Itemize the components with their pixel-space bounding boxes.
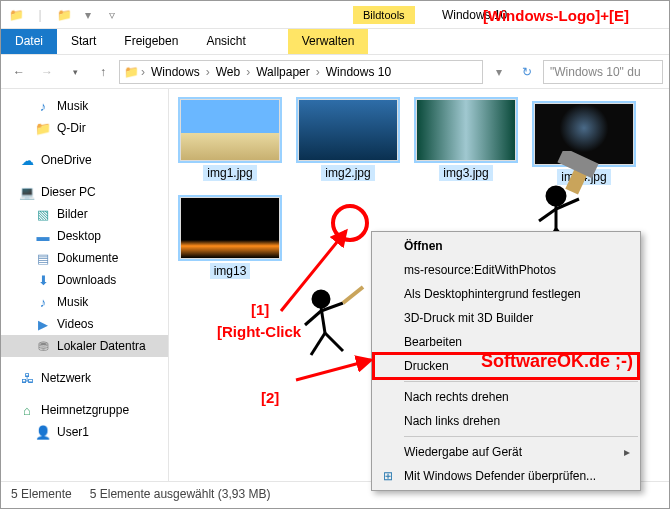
tab-share[interactable]: Freigeben [110,29,192,54]
documents-icon: ▤ [35,250,51,266]
ctx-label: Drucken [404,359,449,373]
nav-back-button[interactable]: ← [7,60,31,84]
tree-music2[interactable]: ♪Musik [1,291,168,313]
pc-icon: 💻 [19,184,35,200]
submenu-arrow-icon: ▸ [624,445,630,459]
tab-manage[interactable]: Verwalten [288,29,369,54]
window-title: Windows 10 [442,8,507,22]
thumbnail-image [298,99,398,161]
crumb-sep: › [316,65,320,79]
ctx-rotate-left[interactable]: Nach links drehen [374,409,638,433]
refresh-button[interactable]: ↻ [515,60,539,84]
crumb-wallpaper[interactable]: Wallpaper [252,65,314,79]
titlebar: 📁 | 📁 ▾ ▿ Bildtools Windows 10 [1,1,669,29]
tree-onedrive[interactable]: ☁OneDrive [1,149,168,171]
file-item[interactable]: img2.jpg [293,99,403,185]
tree-label: Downloads [57,273,116,287]
videos-icon: ▶ [35,316,51,332]
svg-line-6 [539,209,556,221]
annotation-brand: SoftwareOK.de ;-) [481,351,633,372]
qat-dropdown[interactable]: ▾ [77,4,99,26]
downloads-icon: ⬇ [35,272,51,288]
annotation-arrow-2 [291,355,381,385]
tree-downloads[interactable]: ⬇Downloads [1,269,168,291]
ctx-editphotos[interactable]: ms-resource:EditWithPhotos [374,258,638,282]
ctx-separator [374,378,638,385]
search-input[interactable]: "Windows 10" du [543,60,663,84]
file-label: img1.jpg [203,165,256,181]
homegroup-icon: ⌂ [19,402,35,418]
tree-localdisk[interactable]: ⛃Lokaler Datentra [1,335,168,357]
status-selection: 5 Elemente ausgewählt (3,93 MB) [90,487,271,501]
qat-new-folder-button[interactable]: 📁 [53,4,75,26]
tree-user[interactable]: 👤User1 [1,421,168,443]
desktop-icon: ▬ [35,228,51,244]
title-section: Bildtools Windows 10 [353,6,507,24]
qat-customize[interactable]: ▿ [101,4,123,26]
tree-videos[interactable]: ▶Videos [1,313,168,335]
tree-network[interactable]: 🖧Netzwerk [1,367,168,389]
ctx-label: Nach rechts drehen [404,390,509,404]
crumb-windows[interactable]: Windows [147,65,204,79]
tab-view[interactable]: Ansicht [192,29,259,54]
tree-label: User1 [57,425,89,439]
nav-recent-button[interactable]: ▾ [63,60,87,84]
ctx-rotate-right[interactable]: Nach rechts drehen [374,385,638,409]
search-placeholder: "Windows 10" du [550,65,641,79]
file-item[interactable]: img13 [175,197,285,279]
address-folder-icon: 📁 [124,65,139,79]
tree-thispc[interactable]: 💻Dieser PC [1,181,168,203]
onedrive-icon: ☁ [19,152,35,168]
ctx-label: Mit Windows Defender überprüfen... [404,469,596,483]
file-item[interactable]: img1.jpg [175,99,285,185]
tree-homegroup[interactable]: ⌂Heimnetzgruppe [1,399,168,421]
svg-line-0 [281,231,346,311]
address-dropdown[interactable]: ▾ [487,60,511,84]
quick-access-toolbar: 📁 | 📁 ▾ ▿ [5,4,123,26]
tree-qdir[interactable]: 📁Q-Dir [1,117,168,139]
tab-start[interactable]: Start [57,29,110,54]
ctx-print3d[interactable]: 3D-Druck mit 3D Builder [374,306,638,330]
svg-line-13 [325,333,343,351]
tree-documents[interactable]: ▤Dokumente [1,247,168,269]
ribbon-tabs: Datei Start Freigeben Ansicht Verwalten [1,29,669,55]
tree-label: Musik [57,99,88,113]
crumb-web[interactable]: Web [212,65,244,79]
ctx-label: Als Desktophintergrund festlegen [404,287,581,301]
status-count: 5 Elemente [11,487,72,501]
ctx-open[interactable]: Öffnen [374,234,638,258]
thumbnail-image [180,197,280,259]
tree-desktop[interactable]: ▬Desktop [1,225,168,247]
nav-tree: ♪Musik 📁Q-Dir ☁OneDrive 💻Dieser PC ▧Bild… [1,89,169,481]
ctx-setbg[interactable]: Als Desktophintergrund festlegen [374,282,638,306]
contextual-tab-label: Bildtools [353,6,415,24]
tab-file[interactable]: Datei [1,29,57,54]
tree-label: Heimnetzgruppe [41,403,129,417]
crumb-win10[interactable]: Windows 10 [322,65,395,79]
network-icon: 🖧 [19,370,35,386]
ctx-cast[interactable]: Wiedergabe auf Gerät▸ [374,440,638,464]
nav-forward-button[interactable]: → [35,60,59,84]
ctx-label: Wiedergabe auf Gerät [404,445,522,459]
ctx-label: Nach links drehen [404,414,500,428]
file-label: img3.jpg [439,165,492,181]
tree-label: Dieser PC [41,185,96,199]
tree-label: Bilder [57,207,88,221]
tree-music[interactable]: ♪Musik [1,95,168,117]
file-label: img2.jpg [321,165,374,181]
tree-label: Videos [57,317,93,331]
tree-label: Netzwerk [41,371,91,385]
ctx-defender[interactable]: ⊞Mit Windows Defender überprüfen... [374,464,638,488]
ctx-label: Bearbeiten [404,335,462,349]
address-bar[interactable]: 📁 › Windows › Web › Wallpaper › Windows … [119,60,483,84]
svg-line-12 [311,333,325,355]
tree-pictures[interactable]: ▧Bilder [1,203,168,225]
tree-label: Musik [57,295,88,309]
nav-up-button[interactable]: ↑ [91,60,115,84]
ctx-separator [374,433,638,440]
ctx-label: ms-resource:EditWithPhotos [404,263,556,277]
tree-label: Lokaler Datentra [57,339,146,353]
music-icon: ♪ [35,294,51,310]
ctx-label: 3D-Druck mit 3D Builder [404,311,533,325]
folder-icon: 📁 [35,120,51,136]
